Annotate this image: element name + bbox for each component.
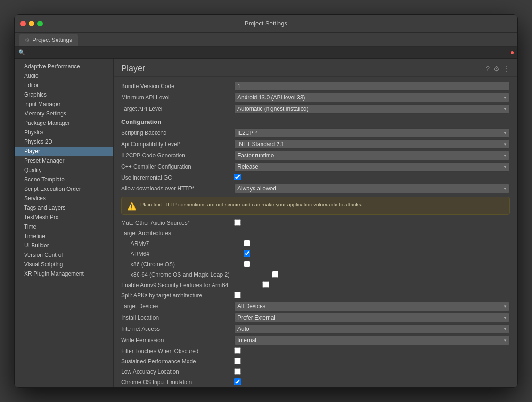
- sustained-performance-checkbox[interactable]: [234, 358, 241, 364]
- gear-icon: ⚙: [25, 37, 30, 43]
- sidebar-item-timeline[interactable]: Timeline: [15, 231, 113, 241]
- window-title: Project Settings: [245, 20, 287, 27]
- search-bar: 🔍: [15, 47, 517, 59]
- enable-armv9-row: Enable Armv9 Security Features for Arm64: [121, 280, 510, 290]
- search-input[interactable]: [28, 49, 508, 56]
- sidebar-item-physics[interactable]: Physics: [15, 128, 113, 137]
- sidebar-item-audio[interactable]: Audio: [15, 71, 113, 81]
- more-icon[interactable]: ⋮: [503, 65, 510, 73]
- split-apks-row: Split APKs by target architecture: [121, 290, 510, 301]
- filter-touches-value: [234, 347, 510, 355]
- sidebar-item-script-execution-order[interactable]: Script Execution Order: [15, 184, 113, 194]
- more-options-icon[interactable]: ⋮: [501, 35, 513, 44]
- sidebar-item-tags-and-layers[interactable]: Tags and Layers: [15, 203, 113, 213]
- x86-64-chrome-row: x86-64 (Chrome OS and Magic Leap 2): [121, 270, 510, 280]
- cpp-compiler-config-select[interactable]: Release: [234, 162, 510, 172]
- x86-64-chrome-value: [272, 271, 510, 279]
- target-devices-label: Target Devices: [121, 303, 234, 310]
- install-location-select[interactable]: Prefer External: [234, 313, 510, 322]
- write-permission-label: Write Permission: [121, 337, 234, 344]
- sidebar-item-ui-builder[interactable]: UI Builder: [15, 241, 113, 250]
- project-settings-tab[interactable]: ⚙ Project Settings: [19, 34, 78, 46]
- traffic-lights: [20, 21, 43, 26]
- sidebar-item-textmesh-pro[interactable]: TextMesh Pro: [15, 213, 113, 222]
- target-api-level-row: Target API Level Automatic (highest inst…: [121, 103, 510, 115]
- x86-chrome-checkbox[interactable]: [244, 261, 250, 267]
- mute-audio-row: Mute Other Audio Sources*: [121, 218, 510, 228]
- search-notification-dot: [511, 51, 514, 54]
- armv7-row: ARMv7: [121, 238, 510, 249]
- minimum-api-level-select[interactable]: Android 13.0 (API level 33): [234, 93, 510, 102]
- target-architectures-row: Target Architectures: [121, 228, 510, 238]
- split-apks-checkbox[interactable]: [234, 292, 241, 298]
- scripting-backend-select[interactable]: IL2CPP: [234, 128, 510, 138]
- allow-downloads-http-select[interactable]: Always allowed: [234, 184, 510, 193]
- use-incremental-gc-label: Use incremental GC: [121, 174, 234, 181]
- sidebar-item-quality[interactable]: Quality: [15, 165, 113, 175]
- sidebar-item-adaptive-performance[interactable]: Adaptive Performance: [15, 62, 113, 71]
- http-warning-box: ⚠️ Plain text HTTP connections are not s…: [121, 197, 510, 215]
- sidebar-item-editor[interactable]: Editor: [15, 81, 113, 90]
- sidebar-item-graphics[interactable]: Graphics: [15, 90, 113, 99]
- api-compatibility-select[interactable]: .NET Standard 2.1: [234, 139, 510, 149]
- api-compatibility-row: Api Compatibility Level* .NET Standard 2…: [121, 139, 510, 150]
- sidebar-item-visual-scripting[interactable]: Visual Scripting: [15, 260, 113, 269]
- target-devices-wrapper: All Devices: [234, 302, 510, 311]
- http-warning-text: Plain text HTTP connections are not secu…: [140, 201, 362, 208]
- arm64-row: ARM64: [121, 249, 510, 259]
- allow-downloads-http-row: Allow downloads over HTTP* Always allowe…: [121, 183, 510, 194]
- low-accuracy-location-label: Low Accuracy Location: [121, 369, 234, 375]
- sidebar-item-player[interactable]: Player: [15, 147, 113, 156]
- target-api-level-select[interactable]: Automatic (highest installed): [234, 104, 510, 114]
- sidebar-item-version-control[interactable]: Version Control: [15, 250, 113, 260]
- cpp-compiler-config-row: C++ Compiler Configuration Release: [121, 161, 510, 172]
- mute-audio-checkbox[interactable]: [234, 219, 241, 226]
- enable-armv9-checkbox[interactable]: [262, 281, 269, 288]
- internet-access-select[interactable]: Auto: [234, 324, 510, 334]
- sidebar-item-xr-plugin-management[interactable]: XR Plugin Management: [15, 269, 113, 279]
- bundle-version-code-value: [234, 82, 510, 91]
- x86-64-chrome-checkbox[interactable]: [272, 271, 278, 278]
- tab-label: Project Settings: [33, 37, 72, 43]
- sidebar-item-time[interactable]: Time: [15, 222, 113, 231]
- panel-icons: ? ⚙ ⋮: [486, 65, 510, 73]
- sidebar-item-input-manager[interactable]: Input Manager: [15, 99, 113, 109]
- il2cpp-code-gen-select[interactable]: Faster runtime: [234, 151, 510, 160]
- target-architectures-label: Target Architectures: [121, 230, 234, 237]
- il2cpp-code-gen-row: IL2CPP Code Generation Faster runtime: [121, 150, 510, 161]
- titlebar: Project Settings: [15, 15, 517, 33]
- arm64-checkbox[interactable]: [244, 250, 250, 257]
- x86-chrome-value: [244, 261, 510, 269]
- sidebar-item-scene-template[interactable]: Scene Template: [15, 175, 113, 184]
- write-permission-select[interactable]: Internal: [234, 336, 510, 345]
- chrome-os-input-checkbox[interactable]: [234, 378, 241, 385]
- close-button[interactable]: [20, 21, 26, 26]
- scripting-backend-row: Scripting Backend IL2CPP: [121, 127, 510, 139]
- mute-audio-value: [234, 219, 510, 227]
- target-devices-select[interactable]: All Devices: [234, 302, 510, 311]
- sidebar-item-memory-settings[interactable]: Memory Settings: [15, 109, 113, 118]
- chrome-os-input-value: [234, 378, 510, 386]
- bundle-version-code-input[interactable]: [234, 82, 510, 91]
- enable-armv9-label: Enable Armv9 Security Features for Arm64: [121, 282, 262, 288]
- use-incremental-gc-value: [234, 174, 510, 182]
- sidebar-item-services[interactable]: Services: [15, 194, 113, 203]
- main-content: Adaptive Performance Audio Editor Graphi…: [15, 59, 517, 387]
- help-icon[interactable]: ?: [486, 65, 490, 73]
- settings-icon[interactable]: ⚙: [493, 65, 499, 73]
- api-compatibility-wrapper: .NET Standard 2.1: [234, 139, 510, 149]
- arm64-value: [244, 250, 510, 258]
- sustained-performance-label: Sustained Performance Mode: [121, 358, 234, 365]
- filter-touches-checkbox[interactable]: [234, 347, 241, 354]
- armv7-value: [244, 240, 510, 248]
- target-api-level-wrapper: Automatic (highest installed): [234, 104, 510, 114]
- minimize-button[interactable]: [29, 21, 34, 26]
- allow-downloads-http-wrapper: Always allowed: [234, 184, 510, 193]
- sidebar-item-preset-manager[interactable]: Preset Manager: [15, 156, 113, 165]
- sidebar-item-package-manager[interactable]: Package Manager: [15, 118, 113, 128]
- use-incremental-gc-checkbox[interactable]: [234, 174, 241, 180]
- maximize-button[interactable]: [37, 21, 43, 26]
- sidebar-item-physics-2d[interactable]: Physics 2D: [15, 137, 113, 147]
- armv7-checkbox[interactable]: [244, 240, 250, 246]
- low-accuracy-location-checkbox[interactable]: [234, 368, 241, 375]
